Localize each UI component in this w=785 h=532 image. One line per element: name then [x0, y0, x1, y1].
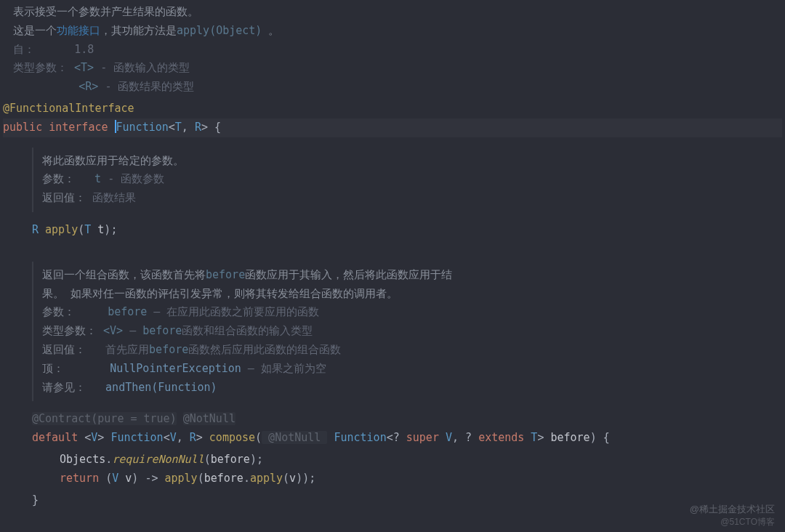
doc-params: 参数： t - 函数参数	[42, 170, 775, 189]
notnull-annotation: @NotNull	[262, 431, 327, 444]
link-andthen[interactable]: andThen(Function)	[105, 381, 217, 394]
method-compose-body[interactable]: Objects.requireNonNull(before); return (…	[0, 449, 785, 490]
doc-typeparams: <R> - 函数结果的类型	[13, 78, 772, 97]
code-ref: apply(Object)	[177, 24, 262, 37]
doc-line: 果。 如果对任一函数的评估引发异常，则将其转发给组合函数的调用者。	[42, 285, 775, 304]
method-compose[interactable]: @Contract(pure = true) @NotNull default …	[0, 408, 785, 449]
method-javadoc-compose: 返回一个组合函数，该函数首先将before函数应用于其输入，然后将此函数应用于结…	[32, 262, 785, 402]
doc-line: 这是一个功能接口，其功能方法是apply(Object) 。	[13, 22, 772, 41]
method-javadoc-apply: 将此函数应用于给定的参数。 参数： t - 函数参数 返回值： 函数结果	[32, 148, 785, 212]
watermark-line: @51CTO博客	[690, 516, 775, 528]
method-compose-end: }	[0, 490, 785, 512]
doc-line: 表示接受一个参数并产生结果的函数。	[13, 3, 772, 22]
watermark-line: @稀土掘金技术社区	[690, 503, 775, 516]
method-name: compose	[209, 431, 255, 444]
doc-return: 返回值： 首先应用before函数然后应用此函数的组合函数	[42, 341, 775, 360]
watermark: @稀土掘金技术社区 @51CTO博客	[690, 503, 775, 528]
link-functional-interface[interactable]: 功能接口	[57, 24, 100, 37]
keyword: interface	[49, 121, 108, 134]
method-name: apply	[45, 223, 78, 236]
type-name: Function	[116, 121, 169, 134]
doc-since: 自： 1.8	[13, 41, 772, 60]
doc-return: 返回值： 函数结果	[42, 189, 775, 208]
doc-throws: 顶： NullPointerException – 如果之前为空	[42, 360, 775, 379]
doc-line: 返回一个组合函数，该函数首先将before函数应用于其输入，然后将此函数应用于结	[42, 266, 775, 285]
link-exception[interactable]: NullPointerException	[110, 362, 241, 375]
doc-line: 将此函数应用于给定的参数。	[42, 152, 775, 171]
notnull-annotation: @NotNull	[183, 412, 236, 425]
class-declaration[interactable]: @FunctionalInterface public interface Fu…	[0, 98, 785, 139]
doc-see: 请参见： andThen(Function)	[42, 379, 775, 398]
doc-params: 参数： before – 在应用此函数之前要应用的函数	[42, 303, 775, 322]
doc-typeparams: 类型参数： <T> - 函数输入的类型	[13, 59, 772, 78]
code-editor: 表示接受一个参数并产生结果的函数。 这是一个功能接口，其功能方法是apply(O…	[0, 0, 785, 532]
class-javadoc: 表示接受一个参数并产生结果的函数。 这是一个功能接口，其功能方法是apply(O…	[0, 0, 785, 98]
doc-typeparams: 类型参数： <V> – before函数和组合函数的输入类型	[42, 322, 775, 341]
method-apply[interactable]: R apply(T t);	[0, 219, 785, 241]
annotation: @FunctionalInterface	[3, 102, 134, 115]
keyword: public	[3, 121, 42, 134]
contract-annotation: @Contract(pure = true)	[32, 412, 177, 425]
